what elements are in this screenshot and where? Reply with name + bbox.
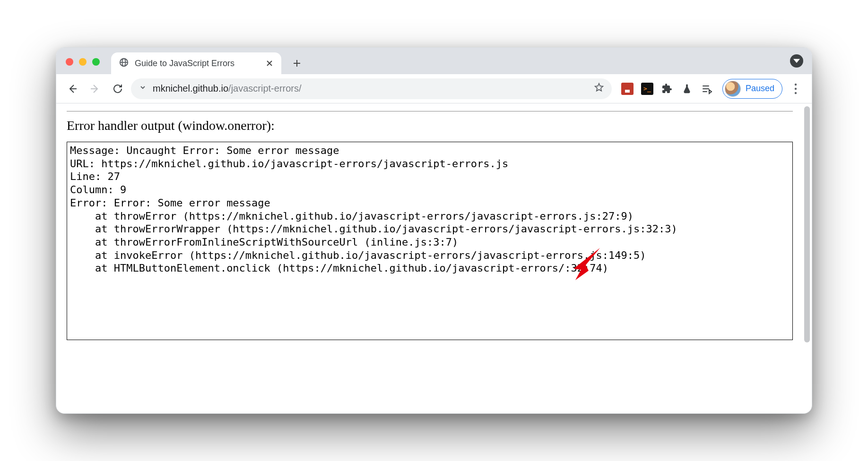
browser-window: Guide to JavaScript Errors xyxy=(56,47,812,414)
url-host: mknichel.github.io xyxy=(153,83,228,94)
chrome-menu-button[interactable] xyxy=(786,83,805,94)
section-heading: Error handler output (window.onerror): xyxy=(67,118,793,133)
labs-flask-icon[interactable] xyxy=(681,83,693,95)
url-text: mknichel.github.io/javascript-errors/ xyxy=(153,83,588,94)
svg-point-1 xyxy=(795,87,797,89)
window-controls xyxy=(62,58,100,74)
extension-chip-icon[interactable] xyxy=(621,83,634,95)
reload-button[interactable] xyxy=(108,79,127,98)
tab-strip: Guide to JavaScript Errors xyxy=(56,48,812,74)
page-content: Error handler output (window.onerror): M… xyxy=(56,103,801,413)
profile-chip[interactable]: Paused xyxy=(722,79,782,99)
address-bar[interactable]: mknichel.github.io/javascript-errors/ xyxy=(131,78,612,99)
avatar-icon xyxy=(725,81,741,97)
back-button[interactable] xyxy=(63,79,82,98)
minimize-window-button[interactable] xyxy=(79,58,87,66)
bookmark-star-icon[interactable] xyxy=(594,82,604,95)
error-output: Message: Uncaught Error: Some error mess… xyxy=(67,142,793,340)
globe-icon xyxy=(119,57,129,70)
close-tab-button[interactable] xyxy=(265,59,274,68)
tab-search-button[interactable] xyxy=(790,54,803,68)
tab-title: Guide to JavaScript Errors xyxy=(135,59,234,68)
maximize-window-button[interactable] xyxy=(92,58,100,66)
svg-point-2 xyxy=(795,92,797,94)
url-path: /javascript-errors/ xyxy=(228,83,301,94)
browser-tab[interactable]: Guide to JavaScript Errors xyxy=(111,52,281,74)
media-queue-icon[interactable] xyxy=(701,83,713,95)
new-tab-button[interactable] xyxy=(288,54,306,72)
vertical-scrollbar[interactable] xyxy=(804,106,810,342)
extensions-menu-icon[interactable] xyxy=(661,83,673,95)
extension-terminal-icon[interactable]: >_ xyxy=(641,83,653,95)
forward-button[interactable] xyxy=(86,79,104,98)
extensions-area: >_ xyxy=(621,83,713,95)
svg-point-0 xyxy=(795,83,797,85)
page-viewport: Error handler output (window.onerror): M… xyxy=(56,103,812,413)
close-window-button[interactable] xyxy=(66,58,73,66)
toolbar: mknichel.github.io/javascript-errors/ >_… xyxy=(56,74,812,103)
profile-status: Paused xyxy=(746,84,774,94)
site-info-icon[interactable] xyxy=(139,83,147,94)
divider xyxy=(67,111,793,111)
